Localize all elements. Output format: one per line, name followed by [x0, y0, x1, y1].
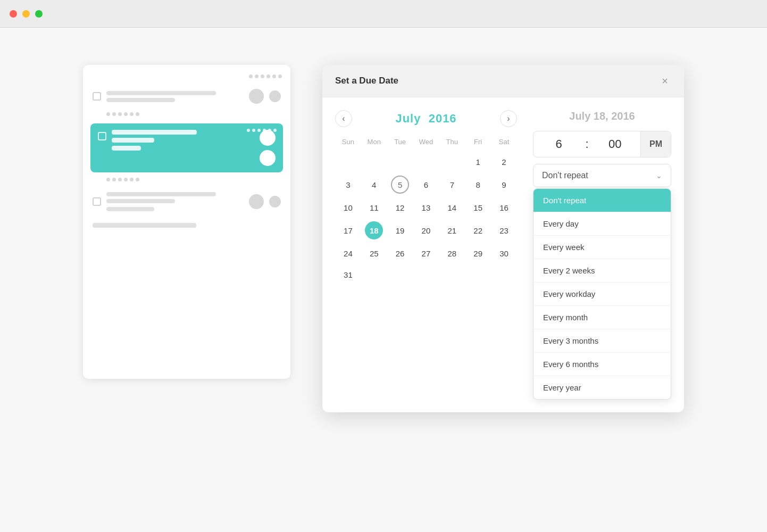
cal-day-empty [439, 151, 465, 172]
mockup-checkbox-highlight [98, 132, 106, 140]
mockup-dot [266, 74, 270, 78]
mockup-avatar-w-1 [260, 130, 276, 146]
cal-day-16[interactable]: 16 [491, 197, 517, 218]
mockup-highlight-dots [247, 129, 277, 132]
cal-day-19[interactable]: 19 [387, 218, 413, 243]
mockup-line-w [112, 138, 154, 143]
mockup-line [106, 207, 154, 211]
calendar: ‹ July 2016 › Sun Mon Tue Wed [335, 110, 517, 400]
mockup-avatar-4 [269, 196, 281, 207]
cal-day-14[interactable]: 14 [439, 197, 465, 218]
repeat-option-every-month[interactable]: Every month [533, 306, 671, 329]
calendar-week-4: 17181920212223 [335, 218, 517, 243]
cal-day-12[interactable]: 12 [387, 197, 413, 218]
mockup-header [90, 72, 283, 80]
cal-day-31[interactable]: 31 [335, 264, 361, 285]
time-picker[interactable]: 6 : 00 PM [533, 131, 671, 157]
cal-day-3[interactable]: 3 [335, 172, 361, 197]
mockup-dot-w [257, 129, 261, 132]
repeat-option-dont-repeat[interactable]: Don't repeat [533, 189, 671, 212]
mockup-line [106, 192, 216, 196]
mockup-dot-w [273, 129, 277, 132]
repeat-dropdown[interactable]: Don't repeat ⌄ Don't repeat Every day Ev… [533, 164, 671, 400]
mockup-subdot [130, 112, 134, 116]
cal-day-empty [361, 151, 387, 172]
cal-day-10[interactable]: 10 [335, 197, 361, 218]
repeat-option-every-6-months[interactable]: Every 6 months [533, 353, 671, 376]
cal-day-22[interactable]: 22 [465, 218, 491, 243]
time-ampm[interactable]: PM [640, 131, 671, 157]
mockup-dot-w [247, 129, 250, 132]
repeat-option-every-workday[interactable]: Every workday [533, 282, 671, 306]
mockup-subdot [124, 178, 128, 181]
time-separator: : [584, 137, 589, 151]
cal-day-empty [413, 264, 439, 285]
repeat-menu: Don't repeat Every day Every week Every … [533, 188, 671, 400]
mockup-dot-w [268, 129, 271, 132]
cal-day-5[interactable]: 5 [387, 172, 413, 197]
cal-day-2[interactable]: 2 [491, 151, 517, 172]
cal-day-20[interactable]: 20 [413, 218, 439, 243]
mockup-header-dots [249, 74, 282, 78]
cal-day-6[interactable]: 6 [413, 172, 439, 197]
repeat-option-every-3-months[interactable]: Every 3 months [533, 329, 671, 353]
repeat-option-every-week[interactable]: Every week [533, 236, 671, 259]
mockup-line [106, 98, 175, 102]
time-hour[interactable]: 6 [533, 137, 584, 151]
cal-day-empty [465, 264, 491, 285]
mockup-dot-w [252, 129, 255, 132]
mockup-highlighted-row [90, 123, 283, 172]
close-traffic-light[interactable] [10, 10, 17, 18]
dialog-title: Set a Due Date [335, 76, 398, 86]
cal-day-25[interactable]: 25 [361, 243, 387, 264]
weekday-sun: Sun [335, 136, 361, 151]
next-month-button[interactable]: › [500, 110, 517, 127]
repeat-select[interactable]: Don't repeat ⌄ [533, 164, 671, 187]
selected-date-display: July 18, 2016 [533, 110, 671, 122]
cal-day-18[interactable]: 18 [361, 218, 387, 243]
cal-day-29[interactable]: 29 [465, 243, 491, 264]
mockup-dot [272, 74, 276, 78]
mockup-subdot [124, 112, 128, 116]
cal-day-15[interactable]: 15 [465, 197, 491, 218]
cal-day-27[interactable]: 27 [413, 243, 439, 264]
right-panel: July 18, 2016 6 : 00 PM Don't repeat ⌄ [533, 110, 671, 400]
mockup-row-2 [90, 189, 283, 214]
cal-day-24[interactable]: 24 [335, 243, 361, 264]
weekday-wed: Wed [413, 136, 439, 151]
cal-day-empty [361, 264, 387, 285]
cal-day-17[interactable]: 17 [335, 218, 361, 243]
cal-day-4[interactable]: 4 [361, 172, 387, 197]
cal-day-26[interactable]: 26 [387, 243, 413, 264]
cal-day-9[interactable]: 9 [491, 172, 517, 197]
mockup-dot [261, 74, 264, 78]
cal-day-11[interactable]: 11 [361, 197, 387, 218]
mockup-subdot [130, 178, 134, 181]
mockup-dot [278, 74, 282, 78]
weekday-thu: Thu [439, 136, 465, 151]
mockup-subdot [136, 178, 139, 181]
cal-day-1[interactable]: 1 [465, 151, 491, 172]
maximize-traffic-light[interactable] [35, 10, 43, 18]
cal-day-13[interactable]: 13 [413, 197, 439, 218]
cal-day-8[interactable]: 8 [465, 172, 491, 197]
repeat-option-every-day[interactable]: Every day [533, 212, 671, 236]
mockup-subdot [106, 178, 110, 181]
prev-month-button[interactable]: ‹ [335, 110, 352, 127]
weekday-mon: Mon [361, 136, 387, 151]
close-button[interactable]: × [658, 74, 671, 87]
cal-day-21[interactable]: 21 [439, 218, 465, 243]
cal-day-28[interactable]: 28 [439, 243, 465, 264]
mockup-dot-w [263, 129, 266, 132]
repeat-option-every-year[interactable]: Every year [533, 376, 671, 399]
cal-day-7[interactable]: 7 [439, 172, 465, 197]
mockup-subdot [112, 112, 116, 116]
app-mockup [83, 65, 290, 379]
mockup-lines-1 [106, 91, 244, 102]
repeat-option-every-2-weeks[interactable]: Every 2 weeks [533, 259, 671, 282]
cal-day-30[interactable]: 30 [491, 243, 517, 264]
mockup-subdot [118, 178, 122, 181]
minimize-traffic-light[interactable] [22, 10, 30, 18]
time-minute[interactable]: 00 [590, 137, 640, 151]
cal-day-23[interactable]: 23 [491, 218, 517, 243]
